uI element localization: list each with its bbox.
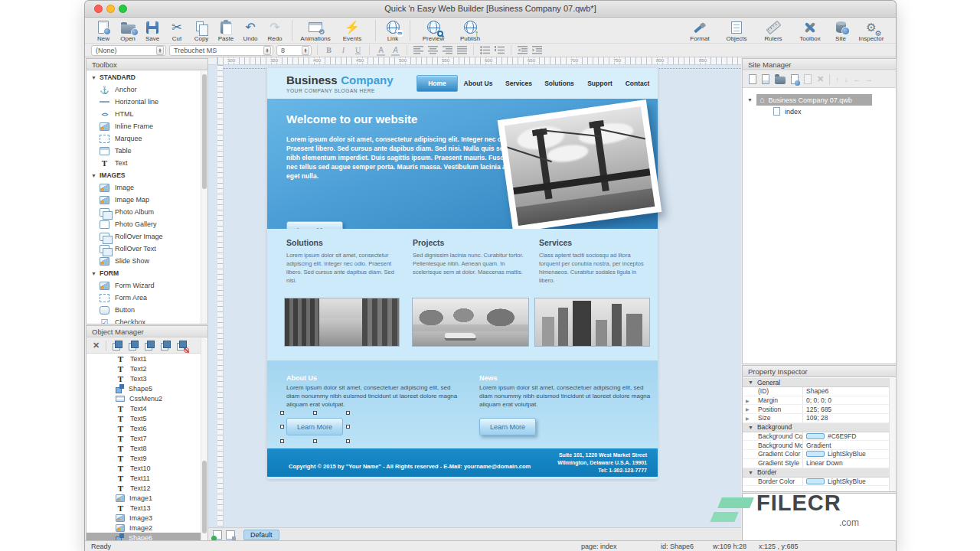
italic-button[interactable]: I	[338, 45, 349, 56]
move-up-icon[interactable]: ↑	[835, 76, 839, 83]
toolbox-item-image-map[interactable]: Image Map	[87, 194, 201, 206]
toolbox-button[interactable]: Toolbox	[792, 19, 828, 42]
web-page-design[interactable]: Business Company YOUR COMPANY SLOGAN HER…	[267, 68, 658, 479]
object-row-text10[interactable]: TText10	[87, 463, 201, 473]
toolbox-item-photo-album[interactable]: Photo Album	[87, 206, 201, 218]
prop-border-color[interactable]: Border ColorLightSkyBlue	[743, 478, 889, 487]
toolbox-item-horizontal-line[interactable]: Horizontal line	[87, 96, 201, 108]
move-right-icon[interactable]: →	[865, 76, 872, 83]
toolbox-item-form-wizard[interactable]: Form Wizard	[87, 279, 201, 292]
object-row-text3[interactable]: TText3	[87, 373, 201, 383]
cut-button[interactable]: ✂Cut	[165, 19, 189, 42]
font-family-select[interactable]: Trebuchet MS▲▼	[169, 45, 273, 56]
new-page-icon[interactable]	[749, 74, 756, 84]
bridge-photo[interactable]	[498, 99, 662, 233]
toolbox-item-image[interactable]: Image	[87, 181, 201, 194]
toolbox-item-button[interactable]: Button	[87, 304, 201, 316]
delete-object-icon[interactable]: ✕	[93, 341, 100, 350]
color-swatch[interactable]	[806, 451, 825, 457]
lock-object-icon[interactable]	[177, 341, 187, 350]
redo-button[interactable]: ↷Redo	[263, 19, 287, 42]
save-button[interactable]: Save	[140, 19, 165, 42]
clone-page-icon[interactable]	[804, 74, 812, 84]
increase-indent-button[interactable]	[531, 45, 543, 56]
object-row-image3[interactable]: Image3	[87, 513, 201, 523]
align-right-button[interactable]	[442, 45, 453, 56]
toolbox-section-form[interactable]: ▼FORM	[87, 267, 201, 279]
toolbox-scrollbar[interactable]	[201, 71, 207, 324]
object-row-text12[interactable]: TText12	[87, 483, 201, 493]
preview-button[interactable]: Preview	[415, 19, 452, 42]
object-row-shape6-selected[interactable]: Shape6	[87, 533, 201, 540]
toolbox-item-rollover-text[interactable]: RollOver Text	[87, 243, 201, 255]
prop-id[interactable]: (ID)Shape6	[743, 387, 889, 396]
inspector-button[interactable]: ⚙Inspector	[853, 19, 890, 42]
style-select[interactable]: (None)▲▼	[91, 45, 166, 56]
paste-button[interactable]: Paste	[214, 19, 238, 42]
object-row-cssmenu2[interactable]: CssMenu2	[87, 393, 201, 403]
events-button[interactable]: ⚡Events	[334, 19, 371, 42]
park-photo[interactable]	[412, 298, 529, 347]
font-color-button[interactable]: A	[375, 45, 387, 56]
open-button[interactable]: Open	[116, 19, 140, 42]
street-photo[interactable]	[284, 298, 400, 347]
toolbox-item-slide-show[interactable]: Slide Show	[87, 255, 201, 267]
object-manager-header[interactable]: Object Manager	[86, 325, 208, 337]
undo-button[interactable]: ↶Undo	[238, 19, 263, 42]
skyline-photo[interactable]	[534, 298, 650, 347]
object-row-text5[interactable]: TText5	[87, 413, 201, 423]
prop-background-mode[interactable]: Background ModeGradient	[743, 441, 889, 450]
rulers-button[interactable]: Rulers	[755, 19, 792, 42]
design-canvas[interactable]: 300 350 400 450 500 550 600 650 700 750 …	[208, 57, 741, 541]
toolbox-item-table[interactable]: Table	[87, 145, 201, 157]
send-to-back-icon[interactable]	[161, 341, 171, 350]
news-learn-more-button[interactable]: Learn More	[479, 418, 536, 435]
toolbox-section-images[interactable]: ▼IMAGES	[87, 169, 201, 181]
breakpoint-icon[interactable]	[226, 530, 235, 540]
toolbox-item-html[interactable]: <>HTML	[87, 108, 201, 120]
align-center-button[interactable]	[427, 45, 439, 56]
prop-background-color[interactable]: Background Color#C6E9FD	[743, 432, 889, 442]
new-button[interactable]: New	[91, 19, 116, 42]
group-general[interactable]: ▼General	[743, 378, 889, 387]
object-row-text9[interactable]: TText9	[87, 453, 201, 463]
objects-button[interactable]: Objects	[718, 19, 755, 42]
new-folder-icon[interactable]	[775, 77, 786, 84]
toolbox-item-form-area[interactable]: Form Area	[87, 292, 201, 304]
prop-gradient-style[interactable]: Gradient StyleLinear Down	[743, 459, 889, 468]
highlight-color-button[interactable]: A	[390, 45, 401, 56]
send-backward-icon[interactable]	[129, 341, 139, 350]
nav-contact[interactable]: Contact	[620, 80, 655, 87]
nav-services[interactable]: Services	[498, 80, 539, 87]
group-background[interactable]: ▼Background	[743, 423, 889, 432]
color-swatch[interactable]	[806, 478, 825, 484]
object-row-text1[interactable]: TText1	[87, 354, 201, 364]
property-inspector-header[interactable]: Property Inspector	[742, 365, 897, 377]
object-row-image2[interactable]: Image2	[87, 523, 201, 533]
toolbox-item-rollover-image[interactable]: RollOver Image	[87, 230, 201, 243]
site-tree-root[interactable]: ▼ ⌂Business Company 07.qwb	[747, 94, 872, 106]
prop-position[interactable]: ▶Position125; 685	[743, 405, 889, 414]
site-manager-header[interactable]: Site Manager	[742, 58, 897, 70]
link-button[interactable]: ∞Link	[381, 19, 405, 42]
default-view-tab[interactable]: Default	[243, 530, 279, 540]
prop-size[interactable]: ▶Size109; 28	[743, 414, 889, 423]
object-row-text4[interactable]: TText4	[87, 403, 201, 413]
bring-forward-icon[interactable]	[113, 341, 122, 350]
toolbox-panel-header[interactable]: Toolbox	[86, 58, 208, 70]
format-button[interactable]: Format	[681, 19, 718, 42]
delete-page-icon[interactable]: ✕	[817, 74, 824, 84]
object-row-text8[interactable]: TText8	[87, 443, 201, 453]
move-down-icon[interactable]: ↓	[844, 76, 848, 83]
object-row-text13[interactable]: TText13	[87, 503, 201, 513]
numbered-list-button[interactable]	[494, 45, 505, 56]
prop-margin[interactable]: ▶Margin0; 0; 0; 0	[743, 396, 889, 406]
title-bar[interactable]: Quick 'n Easy Web Builder [Business Comp…	[85, 1, 896, 18]
bring-to-front-icon[interactable]	[145, 341, 155, 350]
toolbox-item-checkbox[interactable]: ☑Checkbox	[87, 316, 201, 324]
toolbox-item-inline-frame[interactable]: Inline Frame	[87, 120, 201, 132]
color-swatch[interactable]	[806, 433, 825, 439]
site-tree-index-page[interactable]: index	[773, 107, 802, 116]
object-row-image1[interactable]: Image1	[87, 493, 201, 503]
page-properties-icon[interactable]	[791, 74, 799, 84]
